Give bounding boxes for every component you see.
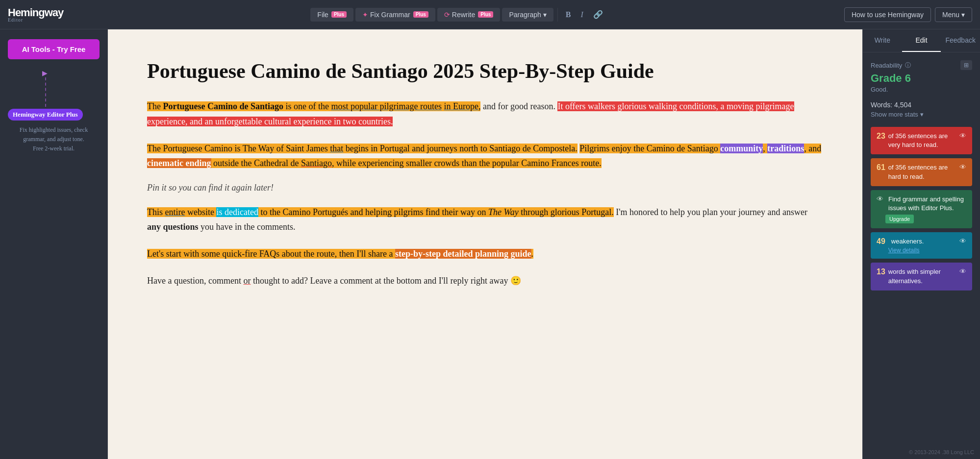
file-button[interactable]: File Plus: [310, 8, 353, 22]
grammar-content: Find grammar and spelling issues with Ed…: [885, 195, 966, 223]
chart-icon: ⊞: [964, 62, 969, 69]
stat-card-grammar: 👁 Find grammar and spelling issues with …: [871, 190, 972, 228]
eye-icon-grammar[interactable]: 👁: [877, 195, 883, 203]
stat-number-simpler: 13: [877, 267, 885, 276]
tab-edit[interactable]: Edit: [902, 29, 941, 52]
ai-tools-button[interactable]: AI Tools - Try Free: [8, 39, 100, 59]
eye-icon-very-hard[interactable]: 👁: [959, 132, 966, 140]
rewrite-plus-badge: Plus: [478, 11, 493, 18]
eye-icon-weakeners[interactable]: 👁: [959, 238, 966, 245]
paragraph-3: This entire website is dedicated to the …: [147, 205, 823, 235]
weakeners-content: weakeners. View details: [888, 237, 959, 254]
sidebar-plus-badge: Hemingway Editor Plus: [8, 109, 83, 121]
right-tabs: Write Edit Feedback: [863, 29, 980, 52]
toolbar: File Plus ✦ Fix Grammar Plus ⟳ Rewrite P…: [77, 7, 840, 22]
show-more-stats-button[interactable]: Show more stats ▾: [871, 111, 924, 118]
chevron-down-icon: ▾: [543, 11, 547, 19]
right-panel: Write Edit Feedback Readability ⓘ ⊞ Grad…: [862, 29, 980, 459]
content-area[interactable]: Portuguese Camino de Santiago 2025 Step-…: [108, 29, 862, 459]
readability-chart-button[interactable]: ⊞: [960, 60, 972, 70]
tab-feedback[interactable]: Feedback: [941, 29, 980, 52]
italic-button[interactable]: I: [577, 7, 587, 22]
stat-text-grammar: Find grammar and spelling issues with Ed…: [888, 195, 966, 213]
eye-icon-hard[interactable]: 👁: [959, 164, 966, 171]
header: Hemingway Editor File Plus ✦ Fix Grammar…: [0, 0, 980, 29]
fix-grammar-plus-badge: Plus: [413, 11, 428, 18]
view-details-button[interactable]: View details: [888, 247, 920, 254]
highlight-3: The Portuguese Camino is The Way of Sain…: [147, 144, 578, 153]
readability-label: Readability: [871, 62, 902, 69]
link-button[interactable]: 🔗: [589, 7, 607, 22]
highlight-5: This entire website is dedicated to the …: [147, 207, 614, 217]
fix-grammar-button[interactable]: ✦ Fix Grammar Plus: [355, 8, 435, 22]
rewrite-button[interactable]: ⟳ Rewrite Plus: [437, 8, 501, 22]
header-right: How to use Hemingway Menu ▾: [844, 7, 972, 22]
words-row: Words: 4,504: [871, 101, 972, 109]
stat-text-simpler: words with simpler alternatives.: [888, 267, 959, 285]
paragraph-5: Have a question, comment or thought to a…: [147, 273, 823, 289]
chevron-down-icon: ▾: [920, 111, 924, 118]
stat-text-hard: of 356 sentences are hard to read.: [888, 163, 959, 181]
article-title: Portuguese Camino de Santiago 2025 Step-…: [147, 59, 823, 83]
link-icon: 🔗: [593, 10, 603, 19]
italic-line: Pin it so you can find it again later!: [147, 183, 823, 193]
bold-button[interactable]: B: [562, 7, 575, 22]
how-to-button[interactable]: How to use Hemingway: [844, 7, 931, 22]
stat-card-hard: 61 of 356 sentences are hard to read. 👁: [871, 158, 972, 186]
paragraph-button[interactable]: Paragraph ▾: [502, 8, 553, 22]
rewrite-icon: ⟳: [444, 11, 450, 19]
highlight-1: The Portuguese Camino de Santiago is one…: [147, 101, 480, 111]
toolbar-separator: [557, 8, 558, 22]
grade-text: Grade 6: [871, 72, 972, 85]
stat-text-weakeners: weakeners.: [891, 237, 959, 246]
sidebar-arrow: ▶: [42, 69, 48, 77]
sidebar-dashed-line: [45, 77, 46, 107]
stat-text-very-hard: of 356 sentences are very hard to read.: [888, 132, 959, 149]
upgrade-button[interactable]: Upgrade: [885, 215, 914, 223]
sidebar: AI Tools - Try Free ▶ Hemingway Editor P…: [0, 29, 108, 459]
good-text: Good.: [871, 86, 972, 93]
stat-card-weakeners: 49 weakeners. View details 👁: [871, 232, 972, 259]
file-plus-badge: Plus: [331, 11, 347, 18]
tab-write[interactable]: Write: [863, 29, 902, 52]
readability-row: Readability ⓘ ⊞: [871, 60, 972, 70]
paragraph-2: The Portuguese Camino is The Way of Sain…: [147, 141, 823, 171]
highlight-6: Let's start with some quick-fire FAQs ab…: [147, 249, 533, 259]
paragraph-1: The Portuguese Camino de Santiago is one…: [147, 99, 823, 129]
main-layout: AI Tools - Try Free ▶ Hemingway Editor P…: [0, 29, 980, 459]
stat-card-simpler: 13 words with simpler alternatives. 👁: [871, 263, 972, 290]
fix-grammar-icon: ✦: [362, 11, 368, 19]
stat-number-hard: 61: [877, 163, 885, 172]
eye-icon-simpler[interactable]: 👁: [959, 268, 966, 276]
stat-number-very-hard: 23: [877, 132, 885, 141]
copyright: © 2013-2024 .38 Long LLC: [863, 445, 980, 459]
logo-subtitle: Editor: [8, 17, 23, 23]
info-icon[interactable]: ⓘ: [905, 61, 911, 70]
logo-area: Hemingway Editor: [8, 6, 63, 23]
stats-panel: Readability ⓘ ⊞ Grade 6 Good. Words: 4,5…: [863, 52, 980, 302]
paragraph-4: Let's start with some quick-fire FAQs ab…: [147, 246, 823, 262]
stat-number-weakeners: 49: [877, 237, 885, 246]
menu-chevron-icon: ▾: [961, 11, 965, 19]
stat-card-very-hard: 23 of 356 sentences are very hard to rea…: [871, 127, 972, 154]
sidebar-description: Fix highlighted issues, check grammar, a…: [8, 125, 100, 154]
menu-button[interactable]: Menu ▾: [935, 7, 972, 22]
